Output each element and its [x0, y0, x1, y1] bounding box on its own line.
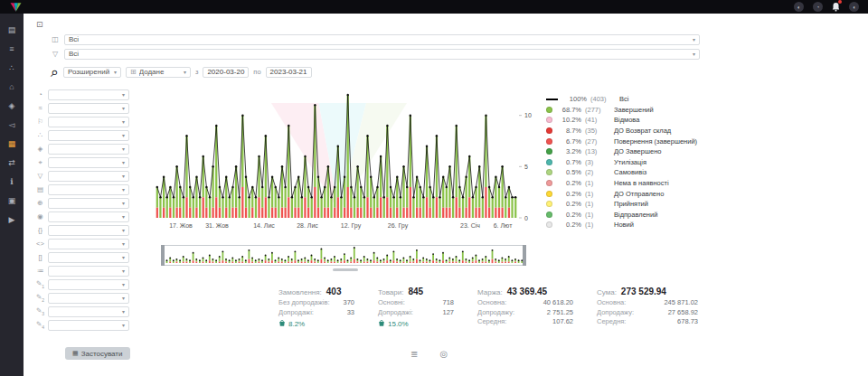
legend-item-12[interactable]: 0.2%(1)Новий [546, 220, 718, 230]
sidebar-item-store[interactable]: ⌂ [0, 77, 24, 96]
svg-text:6. Лют: 6. Лют [494, 222, 513, 229]
filter-select-braces[interactable]: ▾ [48, 225, 129, 236]
table-view-icon[interactable]: ≣ [410, 349, 418, 359]
sidebar-item-apps[interactable]: ▣ [0, 191, 24, 210]
sidebar-item-analytics[interactable]: ▦ [0, 134, 24, 153]
legend-item-7[interactable]: 0.5%(2)Самовивіз [546, 167, 718, 178]
stat-subrow-value: 107.62 [552, 317, 573, 325]
upsell-badge: 15.0% [378, 319, 454, 329]
mode-select[interactable]: Розширений ▾ [63, 67, 121, 78]
filter-row-brackets: []▾ [24, 250, 152, 264]
sidebar-item-products[interactable]: ◈ [0, 96, 24, 115]
filter-select-custom-1[interactable]: ▾ [48, 279, 129, 290]
chevron-down-icon: ▾ [122, 200, 125, 206]
group-icon: ∴ [34, 131, 46, 139]
search-icon[interactable]: ⌕ [51, 64, 59, 80]
upsell-percent: 8.2% [288, 320, 305, 328]
stat-col-orders: Замовлення:403Без допродажів:370Допродаж… [278, 287, 354, 329]
globe-icon: ⊕ [34, 199, 46, 207]
calendar-icon: ⊞ [130, 68, 137, 76]
filter-select-group[interactable]: ▾ [48, 130, 129, 141]
sidebar-item-orders[interactable]: ≡ [0, 39, 24, 58]
date-type-value: Додане [139, 68, 181, 76]
legend-item-10[interactable]: 0.2%(1)Прийнятий [546, 199, 718, 210]
global-filter-select-1[interactable]: Всі ▾ [64, 34, 700, 45]
support-icon[interactable]: ◖ [849, 2, 859, 12]
filter-select-source[interactable]: ▾ [48, 103, 129, 114]
legend-count: (277) [585, 106, 610, 114]
legend-item-0[interactable]: 100%(403)Всі [546, 94, 718, 105]
filter-select-globe[interactable]: ▾ [48, 198, 129, 209]
legend-label: ДО Завершено [614, 147, 661, 155]
stat-subrow-label: Допродажі: [378, 308, 413, 316]
legend-item-1[interactable]: 68.7%(277)Завершений [546, 105, 718, 116]
filter-select-product[interactable]: ▾ [48, 144, 129, 155]
navigator-scroll-thumb[interactable] [333, 268, 358, 271]
svg-text:12. Гру: 12. Гру [341, 222, 362, 230]
sidebar-item-info[interactable]: ℹ [0, 172, 24, 191]
theme-icon[interactable]: ◐ [794, 2, 804, 12]
date-from-input[interactable]: 2020-03-20 [203, 67, 249, 78]
sidebar-item-dashboard[interactable]: ▤ [0, 20, 24, 39]
global-filter-select-2[interactable]: Всі ▾ [64, 49, 700, 60]
sidebar-item-marketing[interactable]: ◅ [0, 115, 24, 134]
sidebar-item-media[interactable]: ▶ [0, 210, 24, 229]
legend-item-3[interactable]: 8.7%(35)ДО Возврат склад [546, 126, 718, 136]
stat-col-products: Товари:845Основні:718Допродажі:12715.0% [378, 287, 454, 329]
user-avatar[interactable]: ◔ [813, 2, 823, 12]
legend-percent: 8.7% [556, 127, 581, 135]
chevron-down-icon: ▾ [122, 322, 125, 328]
stat-subrow-label: Основні: [378, 298, 405, 306]
stat-label: Замовлення: [278, 288, 322, 296]
filter-select-angle[interactable]: ▾ [48, 239, 129, 249]
filter-row-globe: ⊕▾ [24, 196, 152, 210]
filter-select-flag[interactable]: ▾ [48, 117, 129, 127]
svg-text:10: 10 [524, 112, 532, 118]
legend-item-2[interactable]: 10.2%(41)Відмова [546, 115, 718, 126]
bag-icon [378, 319, 385, 329]
filter-select-location[interactable]: ▾ [48, 157, 129, 168]
brand-logo[interactable] [9, 2, 23, 13]
sidebar-item-customers[interactable]: ∴ [0, 58, 24, 77]
filter-select-fields[interactable]: ▾ [48, 184, 129, 195]
filter-row-status: ◔▾ [24, 88, 152, 101]
filter-select-brackets[interactable]: ▾ [48, 252, 129, 263]
legend-label: ДО Отправлено [614, 190, 664, 198]
chevron-down-icon: ▾ [122, 240, 125, 247]
filter-select-funnel[interactable]: ▾ [48, 171, 129, 182]
legend-percent: 6.7% [556, 137, 581, 146]
legend-label: Прийнятий [614, 200, 648, 208]
filter-select-assign[interactable]: ▾ [48, 266, 129, 277]
notifications-bell-icon[interactable] [832, 2, 840, 12]
sidebar-item-integrations[interactable]: ⇄ [0, 153, 24, 172]
custom-2-icon: ✎2 [34, 293, 46, 303]
legend-item-6[interactable]: 0.7%(3)Утилізація [546, 157, 718, 168]
stat-subrow: Допродажі:127 [378, 308, 454, 316]
topbar: ◐ ◔ ◖ [0, 0, 868, 14]
legend-item-4[interactable]: 6.7%(27)Повернення (завершений) [546, 136, 718, 146]
filter-select-custom-3[interactable]: ▾ [48, 306, 129, 317]
legend-item-11[interactable]: 0.2%(1)Відправлений [546, 210, 718, 221]
filter-select-status[interactable]: ▾ [48, 89, 129, 100]
stat-header: Замовлення:403 [278, 287, 354, 296]
legend-label: Завершений [614, 106, 654, 114]
chart-legend: 100%(403)Всі68.7%(277)Завершений10.2%(41… [546, 94, 718, 230]
date-type-select[interactable]: ⊞ Додане ▾ [126, 67, 191, 78]
stat-value: 403 [326, 287, 342, 296]
legend-item-9[interactable]: 0.2%(1)ДО Отправлено [546, 188, 718, 199]
filter-select-custom-2[interactable]: ▾ [48, 293, 129, 304]
display-icon[interactable]: ⊡ [36, 20, 43, 29]
legend-label: Повернення (завершений) [614, 137, 697, 146]
chart-area[interactable]: 051017. Жов31. Жов14. Лис28. Лис12. Гру2… [156, 91, 550, 230]
filter-select-custom-4[interactable]: ▾ [48, 320, 129, 331]
date-to-input[interactable]: 2023-03-21 [266, 67, 312, 78]
filter-row-marker: ◉▾ [24, 210, 152, 223]
legend-label: Утилізація [614, 158, 646, 166]
navigator-chart[interactable] [161, 245, 526, 268]
main-area: ⊡ ◫ Всі ▾ ▽ Всі ▾ ⌕ Розширений ▾ ⊞ [24, 14, 868, 376]
apply-button[interactable]: ▦ Застосувати [65, 347, 130, 360]
legend-item-8[interactable]: 0.2%(1)Нема в наявності [546, 178, 718, 189]
legend-item-5[interactable]: 3.2%(13)ДО Завершено [546, 146, 718, 157]
map-view-icon[interactable]: ◎ [439, 349, 448, 359]
filter-select-marker[interactable]: ▾ [48, 212, 129, 222]
